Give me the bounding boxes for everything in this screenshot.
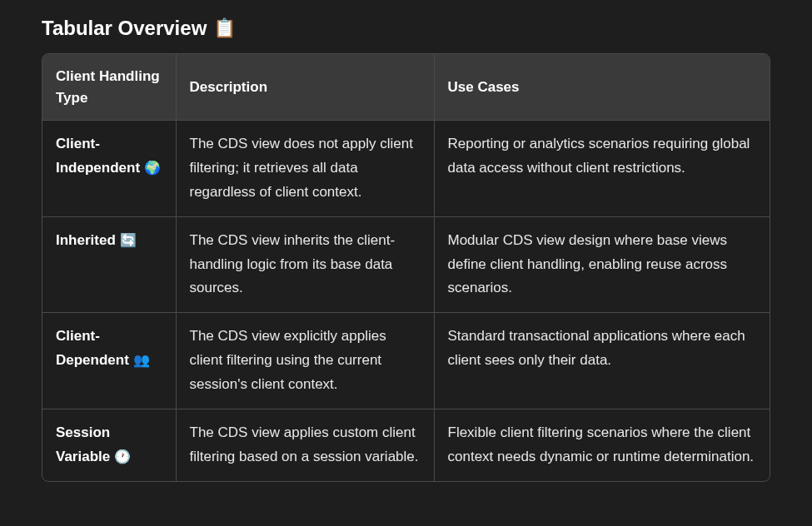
overview-table-wrapper: Client Handling Type Description Use Cas… — [42, 53, 770, 482]
page-heading: Tabular Overview 📋 — [42, 17, 770, 40]
type-label: Client-Dependent — [56, 328, 129, 368]
clipboard-icon: 📋 — [213, 17, 236, 39]
clock-icon: 🕐 — [114, 449, 131, 464]
cell-type: Session Variable 🕐 — [42, 409, 176, 481]
cell-description: The CDS view applies custom client filte… — [176, 409, 434, 481]
overview-table: Client Handling Type Description Use Cas… — [42, 54, 770, 481]
heading-title: Tabular Overview — [42, 17, 207, 40]
header-usecases: Use Cases — [434, 54, 770, 121]
type-label: Inherited — [56, 232, 116, 248]
cell-description: The CDS view does not apply client filte… — [176, 121, 434, 217]
table-row: Client-Dependent 👥 The CDS view explicit… — [42, 313, 770, 409]
cell-usecases: Reporting or analytics scenarios requiri… — [434, 121, 770, 217]
cell-description: The CDS view explicitly applies client f… — [176, 313, 434, 409]
table-row: Client-Independent 🌍 The CDS view does n… — [42, 121, 770, 217]
cell-usecases: Flexible client filtering scenarios wher… — [434, 409, 770, 481]
cell-type: Inherited 🔄 — [42, 216, 176, 313]
header-type: Client Handling Type — [42, 54, 176, 121]
cell-type: Client-Dependent 👥 — [42, 313, 176, 409]
cell-usecases: Standard transactional applications wher… — [434, 313, 770, 409]
cell-usecases: Modular CDS view design where base views… — [434, 216, 770, 313]
table-row: Inherited 🔄 The CDS view inherits the cl… — [42, 216, 770, 313]
table-row: Session Variable 🕐 The CDS view applies … — [42, 409, 770, 481]
refresh-icon: 🔄 — [120, 233, 137, 247]
cell-type: Client-Independent 🌍 — [42, 121, 176, 217]
cell-description: The CDS view inherits the client-handlin… — [176, 216, 434, 313]
type-label: Session Variable — [56, 424, 110, 464]
people-icon: 👥 — [133, 353, 150, 367]
type-label: Client-Independent — [56, 136, 140, 176]
header-description: Description — [176, 54, 434, 121]
table-header-row: Client Handling Type Description Use Cas… — [42, 54, 770, 121]
globe-icon: 🌍 — [144, 161, 161, 175]
